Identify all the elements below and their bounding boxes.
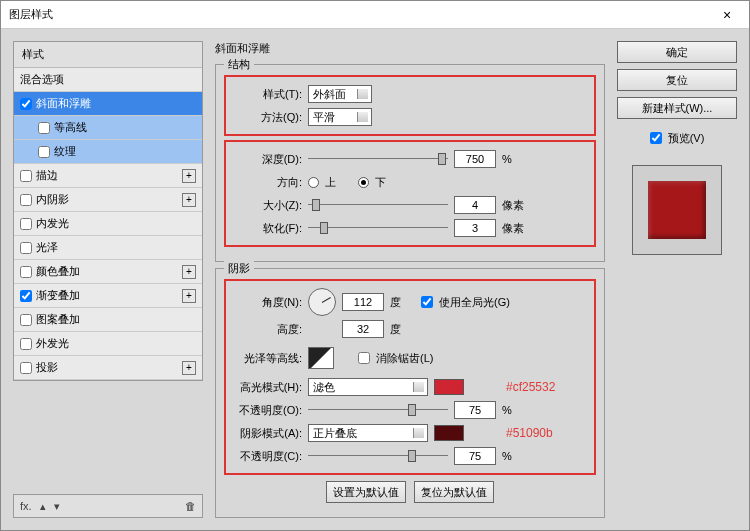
shadow-mode-select[interactable]: 正片叠底	[308, 424, 428, 442]
style-check-innershadow[interactable]	[20, 194, 32, 206]
style-item-gradientoverlay[interactable]: 渐变叠加 +	[14, 284, 202, 308]
trash-icon[interactable]: 🗑	[185, 500, 196, 512]
shading-title: 阴影	[224, 261, 254, 276]
style-check-gradientoverlay[interactable]	[20, 290, 32, 302]
style-item-contour[interactable]: 等高线	[14, 116, 202, 140]
add-icon[interactable]: +	[182, 265, 196, 279]
style-item-satin[interactable]: 光泽	[14, 236, 202, 260]
shadow-opacity-slider[interactable]	[308, 450, 448, 462]
blend-options-label: 混合选项	[20, 72, 64, 87]
antialias-check[interactable]	[358, 352, 370, 364]
arrow-down-icon[interactable]: ▾	[54, 500, 60, 513]
dir-down-radio[interactable]	[358, 177, 369, 188]
highlight-opacity-slider[interactable]	[308, 404, 448, 416]
reset-default-button[interactable]: 复位为默认值	[414, 481, 494, 503]
style-check-dropshadow[interactable]	[20, 362, 32, 374]
panel-title: 斜面和浮雕	[215, 41, 605, 56]
size-input[interactable]: 4	[454, 196, 496, 214]
soften-input[interactable]: 3	[454, 219, 496, 237]
structure-group: 结构 样式(T): 外斜面 方法(Q): 平滑 深度(D):	[215, 64, 605, 262]
style-check-innerglow[interactable]	[20, 218, 32, 230]
style-list-footer: fx. ▴ ▾ 🗑	[13, 494, 203, 518]
add-icon[interactable]: +	[182, 193, 196, 207]
arrow-up-icon[interactable]: ▴	[40, 500, 46, 513]
shadow-color-swatch[interactable]	[434, 425, 464, 441]
style-check-contour[interactable]	[38, 122, 50, 134]
style-check-stroke[interactable]	[20, 170, 32, 182]
add-icon[interactable]: +	[182, 169, 196, 183]
style-check-patternoverlay[interactable]	[20, 314, 32, 326]
style-check-texture[interactable]	[38, 146, 50, 158]
highlight-box-2: 深度(D): 750 % 方向: 上 下 大小(Z):	[224, 140, 596, 247]
altitude-input[interactable]: 32	[342, 320, 384, 338]
new-style-button[interactable]: 新建样式(W)...	[617, 97, 737, 119]
fx-menu-icon[interactable]: fx.	[20, 500, 32, 512]
highlight-mode-select[interactable]: 滤色	[308, 378, 428, 396]
depth-input[interactable]: 750	[454, 150, 496, 168]
highlight-color-swatch[interactable]	[434, 379, 464, 395]
add-icon[interactable]: +	[182, 289, 196, 303]
titlebar: 图层样式 ×	[1, 1, 749, 29]
layer-style-dialog: 图层样式 × 样式 混合选项 斜面和浮雕 等高线 纹理 描边	[0, 0, 750, 531]
size-slider[interactable]	[308, 199, 448, 211]
style-item-innerglow[interactable]: 内发光	[14, 212, 202, 236]
highlight-box-3: 角度(N): 112 度 使用全局光(G) 高度: 32 度	[224, 279, 596, 475]
cancel-button[interactable]: 复位	[617, 69, 737, 91]
style-item-bevel[interactable]: 斜面和浮雕	[14, 92, 202, 116]
structure-title: 结构	[224, 57, 254, 72]
preview-box	[632, 165, 722, 255]
style-item-outerglow[interactable]: 外发光	[14, 332, 202, 356]
preview-swatch	[648, 181, 706, 239]
left-column: 样式 混合选项 斜面和浮雕 等高线 纹理 描边 + 内阴影	[13, 41, 203, 518]
global-light-check[interactable]	[421, 296, 433, 308]
style-item-dropshadow[interactable]: 投影 +	[14, 356, 202, 380]
make-default-button[interactable]: 设置为默认值	[326, 481, 406, 503]
window-title: 图层样式	[9, 7, 53, 22]
style-check-outerglow[interactable]	[20, 338, 32, 350]
dialog-body: 样式 混合选项 斜面和浮雕 等高线 纹理 描边 + 内阴影	[1, 29, 749, 530]
angle-input[interactable]: 112	[342, 293, 384, 311]
highlight-box-1: 样式(T): 外斜面 方法(Q): 平滑	[224, 75, 596, 136]
depth-slider[interactable]	[308, 153, 448, 165]
dir-up-radio[interactable]	[308, 177, 319, 188]
ok-button[interactable]: 确定	[617, 41, 737, 63]
style-list: 样式 混合选项 斜面和浮雕 等高线 纹理 描边 + 内阴影	[13, 41, 203, 381]
close-icon[interactable]: ×	[713, 7, 741, 23]
style-item-patternoverlay[interactable]: 图案叠加	[14, 308, 202, 332]
shading-group: 阴影 角度(N): 112 度 使用全局光(G) 高度: 32	[215, 268, 605, 518]
style-item-innershadow[interactable]: 内阴影 +	[14, 188, 202, 212]
annotation-sh: #51090b	[506, 426, 553, 440]
style-item-coloroverlay[interactable]: 颜色叠加 +	[14, 260, 202, 284]
style-check-bevel[interactable]	[20, 98, 32, 110]
style-check-satin[interactable]	[20, 242, 32, 254]
settings-panel: 斜面和浮雕 结构 样式(T): 外斜面 方法(Q): 平滑 深度(D):	[215, 41, 605, 518]
style-item-texture[interactable]: 纹理	[14, 140, 202, 164]
preview-check[interactable]	[650, 132, 662, 144]
soften-slider[interactable]	[308, 222, 448, 234]
annotation-hi: #cf25532	[506, 380, 555, 394]
blend-options-row[interactable]: 混合选项	[14, 68, 202, 92]
style-item-stroke[interactable]: 描边 +	[14, 164, 202, 188]
add-icon[interactable]: +	[182, 361, 196, 375]
gloss-contour-picker[interactable]	[308, 347, 334, 369]
shadow-opacity-input[interactable]: 75	[454, 447, 496, 465]
right-column: 确定 复位 新建样式(W)... 预览(V)	[617, 41, 737, 518]
angle-dial[interactable]	[308, 288, 336, 316]
highlight-opacity-input[interactable]: 75	[454, 401, 496, 419]
style-check-coloroverlay[interactable]	[20, 266, 32, 278]
style-select[interactable]: 外斜面	[308, 85, 372, 103]
method-select[interactable]: 平滑	[308, 108, 372, 126]
styles-header: 样式	[14, 42, 202, 68]
